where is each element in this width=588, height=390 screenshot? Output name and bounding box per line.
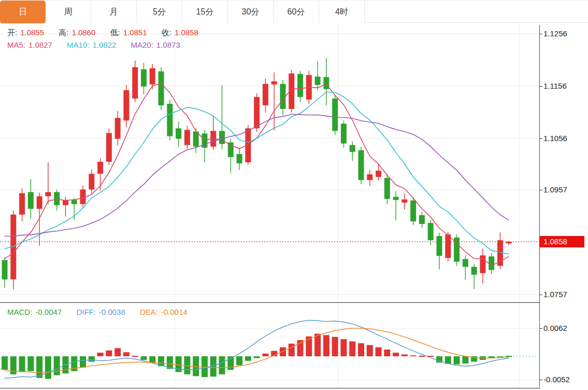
axis-tick-mark — [539, 295, 542, 295]
tab-week[interactable]: 周 — [46, 1, 91, 23]
axis-tick-mark — [539, 380, 542, 380]
low-value: 1.0851 — [123, 28, 147, 37]
ma20-value: 1.0873 — [156, 40, 180, 49]
axis-tick-mark — [539, 328, 542, 329]
open-value: 1.0855 — [20, 28, 44, 37]
ma5-value: 1.0827 — [28, 40, 52, 49]
ma10-label: MA10: — [67, 40, 89, 49]
axis-tick-mark — [539, 190, 542, 190]
price-axis-label: 1.1256 — [543, 29, 567, 38]
macd-axis-label: -0.0052 — [543, 375, 570, 384]
tab-4hour[interactable]: 4时 — [319, 1, 365, 23]
panel-divider — [0, 302, 539, 303]
price-axis-line — [539, 25, 540, 388]
open-label: 开: — [7, 28, 17, 37]
current-price-badge: 1.0858 — [539, 236, 584, 247]
ma10-value: 1.0822 — [92, 40, 116, 49]
high-value: 1.0860 — [71, 28, 95, 37]
candlestick-panel[interactable] — [0, 23, 539, 302]
chart-area: 开:1.0855 高:1.0860 低:1.0851 收:1.0858 MA5:… — [0, 23, 588, 390]
tab-15min[interactable]: 15分 — [182, 1, 228, 23]
ma-legend: MA5:1.0827 MA10:1.0822 MA20:1.0873 — [7, 40, 183, 49]
tab-day[interactable]: 日 — [0, 1, 46, 23]
macd-value: -0.0047 — [35, 308, 62, 316]
diff-value: -0.0038 — [99, 308, 125, 316]
trading-chart-app: 日 周 月 5分 15分 30分 60分 4时 开:1.0855 高:1.086… — [0, 0, 588, 390]
price-axis-label: 1.0757 — [543, 290, 567, 299]
period-tabbar: 日 周 月 5分 15分 30分 60分 4时 — [0, 0, 588, 23]
dea-value: -0.0014 — [161, 308, 188, 316]
close-label: 收: — [162, 28, 171, 37]
low-label: 低: — [110, 28, 120, 37]
dea-label: DEA: — [140, 308, 158, 316]
macd-axis-label: 0.0062 — [543, 324, 567, 332]
diff-label: DIFF: — [76, 308, 96, 316]
macd-label: MACD: — [7, 308, 32, 316]
ma20-label: MA20: — [131, 40, 153, 49]
ma5-label: MA5: — [7, 40, 25, 49]
close-value: 1.0858 — [175, 28, 198, 37]
tab-60min[interactable]: 60分 — [274, 1, 319, 23]
tab-30min[interactable]: 30分 — [228, 1, 274, 23]
tab-month[interactable]: 月 — [91, 1, 137, 23]
price-axis-label: 1.0957 — [543, 185, 567, 194]
high-label: 高: — [59, 28, 68, 37]
ohlc-legend: 开:1.0855 高:1.0860 低:1.0851 收:1.0858 — [7, 28, 202, 38]
axis-tick-mark — [539, 34, 542, 34]
bottom-border — [0, 388, 539, 388]
tab-5min[interactable]: 5分 — [137, 1, 182, 23]
price-axis-label: 1.1056 — [543, 134, 567, 143]
axis-tick-mark — [539, 86, 542, 87]
price-axis-label: 1.1156 — [543, 81, 567, 90]
macd-legend: MACD:-0.0047 DIFF:-0.0038 DEA:-0.0014 — [7, 308, 191, 316]
axis-tick-mark — [539, 138, 542, 139]
